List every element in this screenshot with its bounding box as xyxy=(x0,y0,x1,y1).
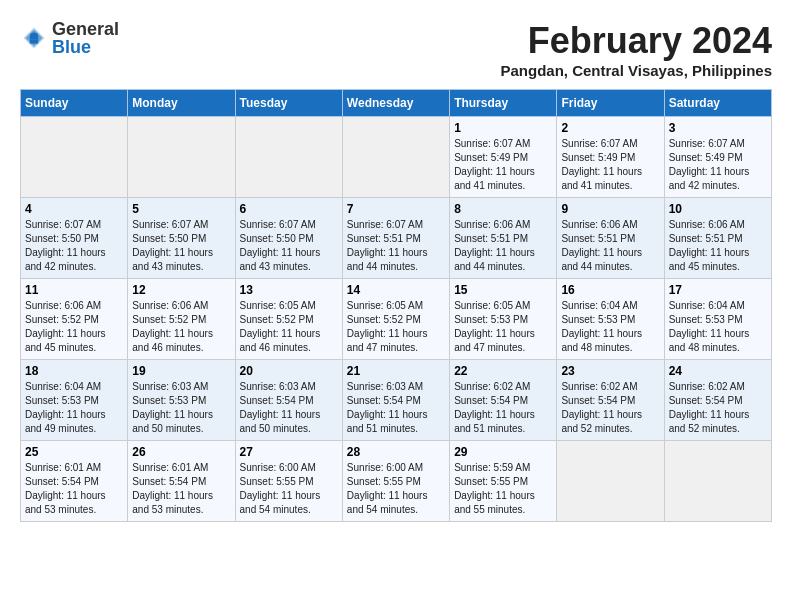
day-info: Sunrise: 6:06 AM Sunset: 5:52 PM Dayligh… xyxy=(132,299,230,355)
day-info: Sunrise: 6:07 AM Sunset: 5:51 PM Dayligh… xyxy=(347,218,445,274)
page-header: General Blue February 2024 Pangdan, Cent… xyxy=(20,20,772,79)
calendar-cell: 22Sunrise: 6:02 AM Sunset: 5:54 PM Dayli… xyxy=(450,360,557,441)
day-info: Sunrise: 6:00 AM Sunset: 5:55 PM Dayligh… xyxy=(347,461,445,517)
day-info: Sunrise: 6:06 AM Sunset: 5:51 PM Dayligh… xyxy=(561,218,659,274)
day-number: 19 xyxy=(132,364,230,378)
day-info: Sunrise: 6:06 AM Sunset: 5:51 PM Dayligh… xyxy=(669,218,767,274)
calendar-cell: 5Sunrise: 6:07 AM Sunset: 5:50 PM Daylig… xyxy=(128,198,235,279)
day-info: Sunrise: 6:06 AM Sunset: 5:51 PM Dayligh… xyxy=(454,218,552,274)
day-info: Sunrise: 6:05 AM Sunset: 5:52 PM Dayligh… xyxy=(240,299,338,355)
day-info: Sunrise: 6:07 AM Sunset: 5:50 PM Dayligh… xyxy=(25,218,123,274)
calendar-cell: 9Sunrise: 6:06 AM Sunset: 5:51 PM Daylig… xyxy=(557,198,664,279)
day-number: 23 xyxy=(561,364,659,378)
calendar-table: SundayMondayTuesdayWednesdayThursdayFrid… xyxy=(20,89,772,522)
day-info: Sunrise: 6:06 AM Sunset: 5:52 PM Dayligh… xyxy=(25,299,123,355)
calendar-cell: 4Sunrise: 6:07 AM Sunset: 5:50 PM Daylig… xyxy=(21,198,128,279)
day-number: 17 xyxy=(669,283,767,297)
calendar-cell: 18Sunrise: 6:04 AM Sunset: 5:53 PM Dayli… xyxy=(21,360,128,441)
day-number: 20 xyxy=(240,364,338,378)
day-number: 21 xyxy=(347,364,445,378)
calendar-cell xyxy=(664,441,771,522)
day-of-week-header: Monday xyxy=(128,90,235,117)
calendar-cell xyxy=(128,117,235,198)
month-title: February 2024 xyxy=(501,20,772,62)
day-number: 22 xyxy=(454,364,552,378)
logo-blue-text: Blue xyxy=(52,38,119,56)
day-of-week-header: Sunday xyxy=(21,90,128,117)
day-info: Sunrise: 6:05 AM Sunset: 5:52 PM Dayligh… xyxy=(347,299,445,355)
calendar-body: 1Sunrise: 6:07 AM Sunset: 5:49 PM Daylig… xyxy=(21,117,772,522)
calendar-cell: 10Sunrise: 6:06 AM Sunset: 5:51 PM Dayli… xyxy=(664,198,771,279)
day-number: 24 xyxy=(669,364,767,378)
day-of-week-header: Thursday xyxy=(450,90,557,117)
day-of-week-header: Wednesday xyxy=(342,90,449,117)
day-number: 2 xyxy=(561,121,659,135)
calendar-week-row: 25Sunrise: 6:01 AM Sunset: 5:54 PM Dayli… xyxy=(21,441,772,522)
day-info: Sunrise: 6:07 AM Sunset: 5:50 PM Dayligh… xyxy=(240,218,338,274)
calendar-cell xyxy=(342,117,449,198)
calendar-cell: 12Sunrise: 6:06 AM Sunset: 5:52 PM Dayli… xyxy=(128,279,235,360)
calendar-cell: 1Sunrise: 6:07 AM Sunset: 5:49 PM Daylig… xyxy=(450,117,557,198)
day-info: Sunrise: 6:07 AM Sunset: 5:49 PM Dayligh… xyxy=(454,137,552,193)
calendar-cell: 15Sunrise: 6:05 AM Sunset: 5:53 PM Dayli… xyxy=(450,279,557,360)
calendar-week-row: 11Sunrise: 6:06 AM Sunset: 5:52 PM Dayli… xyxy=(21,279,772,360)
calendar-cell: 27Sunrise: 6:00 AM Sunset: 5:55 PM Dayli… xyxy=(235,441,342,522)
day-of-week-header: Friday xyxy=(557,90,664,117)
calendar-cell: 6Sunrise: 6:07 AM Sunset: 5:50 PM Daylig… xyxy=(235,198,342,279)
calendar-week-row: 18Sunrise: 6:04 AM Sunset: 5:53 PM Dayli… xyxy=(21,360,772,441)
day-info: Sunrise: 6:04 AM Sunset: 5:53 PM Dayligh… xyxy=(561,299,659,355)
day-info: Sunrise: 6:02 AM Sunset: 5:54 PM Dayligh… xyxy=(669,380,767,436)
day-info: Sunrise: 6:02 AM Sunset: 5:54 PM Dayligh… xyxy=(454,380,552,436)
day-number: 3 xyxy=(669,121,767,135)
day-number: 7 xyxy=(347,202,445,216)
logo-general-text: General xyxy=(52,20,119,38)
day-info: Sunrise: 6:04 AM Sunset: 5:53 PM Dayligh… xyxy=(25,380,123,436)
day-info: Sunrise: 6:05 AM Sunset: 5:53 PM Dayligh… xyxy=(454,299,552,355)
calendar-cell xyxy=(21,117,128,198)
svg-rect-0 xyxy=(30,39,38,43)
logo: General Blue xyxy=(20,20,119,56)
day-info: Sunrise: 6:04 AM Sunset: 5:53 PM Dayligh… xyxy=(669,299,767,355)
day-number: 13 xyxy=(240,283,338,297)
calendar-cell: 7Sunrise: 6:07 AM Sunset: 5:51 PM Daylig… xyxy=(342,198,449,279)
day-number: 10 xyxy=(669,202,767,216)
day-info: Sunrise: 6:07 AM Sunset: 5:50 PM Dayligh… xyxy=(132,218,230,274)
day-number: 8 xyxy=(454,202,552,216)
day-number: 9 xyxy=(561,202,659,216)
day-number: 5 xyxy=(132,202,230,216)
day-number: 28 xyxy=(347,445,445,459)
logo-icon xyxy=(20,24,48,52)
day-info: Sunrise: 6:03 AM Sunset: 5:54 PM Dayligh… xyxy=(347,380,445,436)
calendar-cell: 26Sunrise: 6:01 AM Sunset: 5:54 PM Dayli… xyxy=(128,441,235,522)
calendar-cell: 25Sunrise: 6:01 AM Sunset: 5:54 PM Dayli… xyxy=(21,441,128,522)
calendar-cell: 19Sunrise: 6:03 AM Sunset: 5:53 PM Dayli… xyxy=(128,360,235,441)
calendar-cell: 8Sunrise: 6:06 AM Sunset: 5:51 PM Daylig… xyxy=(450,198,557,279)
logo-text: General Blue xyxy=(52,20,119,56)
calendar-cell: 16Sunrise: 6:04 AM Sunset: 5:53 PM Dayli… xyxy=(557,279,664,360)
day-number: 1 xyxy=(454,121,552,135)
calendar-cell: 11Sunrise: 6:06 AM Sunset: 5:52 PM Dayli… xyxy=(21,279,128,360)
header-row: SundayMondayTuesdayWednesdayThursdayFrid… xyxy=(21,90,772,117)
calendar-cell: 24Sunrise: 6:02 AM Sunset: 5:54 PM Dayli… xyxy=(664,360,771,441)
day-info: Sunrise: 6:02 AM Sunset: 5:54 PM Dayligh… xyxy=(561,380,659,436)
day-info: Sunrise: 6:01 AM Sunset: 5:54 PM Dayligh… xyxy=(132,461,230,517)
calendar-cell: 3Sunrise: 6:07 AM Sunset: 5:49 PM Daylig… xyxy=(664,117,771,198)
calendar-cell: 13Sunrise: 6:05 AM Sunset: 5:52 PM Dayli… xyxy=(235,279,342,360)
day-info: Sunrise: 6:01 AM Sunset: 5:54 PM Dayligh… xyxy=(25,461,123,517)
calendar-cell: 23Sunrise: 6:02 AM Sunset: 5:54 PM Dayli… xyxy=(557,360,664,441)
day-number: 6 xyxy=(240,202,338,216)
calendar-cell: 21Sunrise: 6:03 AM Sunset: 5:54 PM Dayli… xyxy=(342,360,449,441)
day-info: Sunrise: 6:07 AM Sunset: 5:49 PM Dayligh… xyxy=(669,137,767,193)
calendar-header: SundayMondayTuesdayWednesdayThursdayFrid… xyxy=(21,90,772,117)
calendar-cell xyxy=(557,441,664,522)
calendar-cell xyxy=(235,117,342,198)
day-number: 25 xyxy=(25,445,123,459)
day-number: 18 xyxy=(25,364,123,378)
day-of-week-header: Tuesday xyxy=(235,90,342,117)
calendar-cell: 29Sunrise: 5:59 AM Sunset: 5:55 PM Dayli… xyxy=(450,441,557,522)
day-info: Sunrise: 6:03 AM Sunset: 5:53 PM Dayligh… xyxy=(132,380,230,436)
day-info: Sunrise: 6:07 AM Sunset: 5:49 PM Dayligh… xyxy=(561,137,659,193)
day-number: 12 xyxy=(132,283,230,297)
day-number: 4 xyxy=(25,202,123,216)
calendar-cell: 14Sunrise: 6:05 AM Sunset: 5:52 PM Dayli… xyxy=(342,279,449,360)
